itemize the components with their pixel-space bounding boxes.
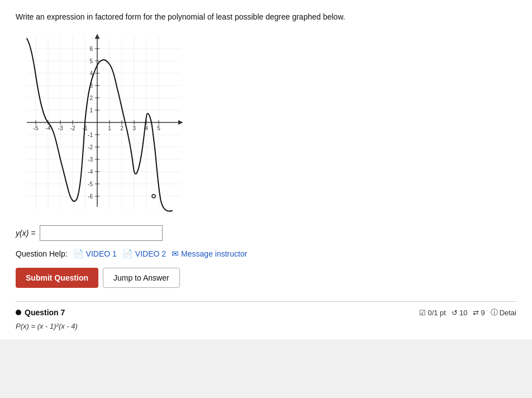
svg-text:-2: -2 <box>88 144 93 150</box>
svg-text:-3: -3 <box>88 157 93 163</box>
svg-text:-1: -1 <box>88 132 93 138</box>
svg-rect-0 <box>16 31 189 215</box>
question-number-label: Question 7 <box>25 308 65 317</box>
svg-text:-5: -5 <box>88 181 93 187</box>
video2-label: VIDEO 2 <box>135 249 166 258</box>
question-7-label: Question 7 <box>16 308 65 317</box>
svg-text:6: 6 <box>89 46 93 52</box>
answer-row: y(x) = <box>16 225 516 241</box>
svg-text:5: 5 <box>89 58 93 64</box>
svg-point-69 <box>152 195 155 198</box>
jump-to-answer-button[interactable]: Jump to Answer <box>103 268 180 288</box>
section-divider <box>16 301 516 302</box>
buttons-row: Submit Question Jump to Answer <box>16 268 516 288</box>
svg-text:-5: -5 <box>34 125 39 131</box>
video1-label: VIDEO 1 <box>86 249 117 258</box>
svg-text:5: 5 <box>157 125 160 131</box>
detail-label: Detai <box>500 309 516 317</box>
info-icon: ⓘ <box>491 307 498 318</box>
message-instructor-link[interactable]: ✉ Message instructor <box>172 249 247 259</box>
next-question-text: P(x) = (x - 1)²(x - 4) <box>16 322 78 330</box>
svg-text:-2: -2 <box>70 125 75 131</box>
svg-text:3: 3 <box>132 125 136 131</box>
svg-text:1: 1 <box>108 125 111 131</box>
video1-icon: 📄 <box>73 249 84 259</box>
arrows-badge: ⇄ 9 <box>473 309 484 317</box>
message-icon: ✉ <box>172 249 179 259</box>
svg-text:-4: -4 <box>88 169 93 175</box>
footer-row: Question 7 ☑ 0/1 pt ↺ 10 ⇄ 9 ⓘ Detai <box>16 307 516 318</box>
video1-link[interactable]: 📄 VIDEO 1 <box>73 249 117 259</box>
answer-label: y(x) = <box>16 229 35 238</box>
svg-text:1: 1 <box>89 107 93 113</box>
retries-value: 10 <box>459 309 467 317</box>
graph-svg: -5 -4 -3 -2 -1 1 2 <box>16 31 194 215</box>
question-text: Write an expression in factored form for… <box>16 11 516 23</box>
svg-text:-6: -6 <box>88 193 93 200</box>
next-question-preview: P(x) = (x - 1)²(x - 4) <box>16 322 516 330</box>
question-bullet <box>16 310 21 315</box>
score-value: 0/1 pt <box>428 309 446 317</box>
video2-icon: 📄 <box>122 249 133 259</box>
video2-link[interactable]: 📄 VIDEO 2 <box>122 249 166 259</box>
message-instructor-label: Message instructor <box>181 249 247 258</box>
detail-badge[interactable]: ⓘ Detai <box>491 307 516 318</box>
svg-text:2: 2 <box>89 95 93 101</box>
question-help-label: Question Help: <box>16 249 68 258</box>
svg-text:2: 2 <box>120 125 124 131</box>
retry-icon: ↺ <box>452 309 458 317</box>
footer-meta: ☑ 0/1 pt ↺ 10 ⇄ 9 ⓘ Detai <box>419 307 516 318</box>
arrows-value: 9 <box>481 309 484 317</box>
svg-text:-4: -4 <box>46 125 51 131</box>
check-icon: ☑ <box>419 309 426 317</box>
score-badge: ☑ 0/1 pt <box>419 309 446 317</box>
arrows-icon: ⇄ <box>473 309 479 317</box>
retries-badge: ↺ 10 <box>452 309 467 317</box>
graph-area: -5 -4 -3 -2 -1 1 2 <box>16 31 516 215</box>
question-help-row: Question Help: 📄 VIDEO 1 📄 VIDEO 2 ✉ Mes… <box>16 249 516 259</box>
submit-question-button[interactable]: Submit Question <box>16 268 98 288</box>
answer-input[interactable] <box>40 225 163 241</box>
svg-text:-3: -3 <box>58 125 63 131</box>
